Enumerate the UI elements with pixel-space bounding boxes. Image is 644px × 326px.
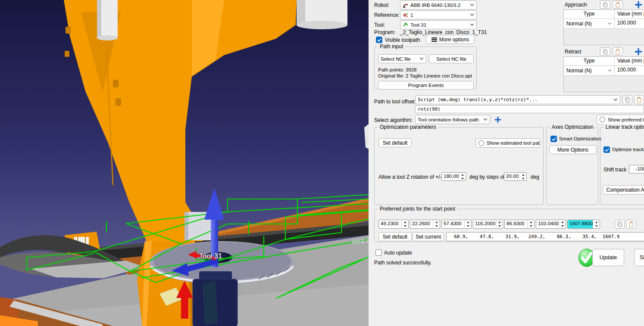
joint2-spinner[interactable]: 22.2600: [410, 220, 440, 229]
retract-add-button[interactable]: [632, 47, 644, 56]
axes-more-options-label: More Options: [557, 147, 588, 153]
joint6-spinner[interactable]: 103.0400: [536, 220, 566, 229]
retract-col-value: Value (mm |: [615, 57, 644, 65]
retract-paste-button[interactable]: [613, 47, 623, 56]
spinner-down-button[interactable]: [593, 224, 600, 229]
algorithm-select[interactable]: Tool orientation follows path: [415, 115, 490, 124]
spinner-up-button[interactable]: [528, 220, 534, 224]
spinner-down-button[interactable]: [528, 224, 534, 229]
joint5-spinner[interactable]: 86.9300: [504, 220, 535, 229]
approach-copy-button[interactable]: [600, 0, 610, 9]
offset-script-dropdown[interactable]: Script (mm,deg) transl(x,y,z)*rotz(rz)*.…: [415, 95, 620, 104]
check-icon: [552, 137, 556, 141]
tool-icon: [403, 22, 409, 28]
machining-settings-panel: Robot: ABB IRB 6640-130/3.2 Reference: 1…: [369, 0, 644, 326]
auto-update-checkbox[interactable]: [375, 249, 382, 256]
spinner-down-button[interactable]: [465, 224, 471, 229]
smart-optimization-checkbox[interactable]: [550, 136, 557, 142]
add-algorithm-button[interactable]: [493, 115, 503, 124]
joints-copy-button[interactable]: [615, 220, 625, 229]
plus-icon: [494, 116, 501, 123]
copy-icon: [602, 2, 608, 8]
tool-label: Tool:: [374, 22, 385, 28]
spinner-up-button[interactable]: [459, 173, 466, 177]
chevron-down-icon: [470, 3, 474, 6]
spinner-down-button[interactable]: [433, 224, 440, 229]
rotation-prefix-label: Allow a tool Z rotation of +/-: [378, 174, 441, 180]
nc-file-dropdown[interactable]: Select NC file: [378, 54, 426, 63]
spinner-down-button[interactable]: [520, 177, 526, 180]
retract-type-select[interactable]: Normal (N): [564, 66, 615, 75]
update-button[interactable]: Update: [592, 249, 624, 266]
algorithm-value: Tool orientation follows path: [418, 117, 481, 122]
spinner-up-button[interactable]: [496, 220, 503, 224]
retract-header-row: Type Value (mm |: [564, 57, 644, 66]
spinner-up-button[interactable]: [402, 220, 408, 224]
spinner-up-button[interactable]: [593, 220, 600, 224]
reference-select[interactable]: 1: [400, 10, 477, 19]
visible-toolpath-checkbox[interactable]: [376, 37, 382, 43]
approach-paste-button[interactable]: [613, 0, 623, 9]
spinner-down-button[interactable]: [459, 177, 466, 180]
spinner-up-button[interactable]: [465, 220, 471, 224]
rotation-spinner[interactable]: 180.00: [441, 172, 466, 181]
spinner-up-button[interactable]: [433, 220, 440, 224]
update-label: Update: [600, 255, 617, 261]
joint1-spinner[interactable]: 49.2300: [378, 220, 409, 229]
path-input-group: Path input Select NC file Select NC file…: [374, 47, 477, 89]
set-default-optimization-button[interactable]: Set default: [378, 138, 412, 147]
status-text: Path solved successfully.: [374, 260, 431, 266]
preferred-joints-title: Preferred joints for the start point: [378, 206, 457, 212]
joints-paste-button[interactable]: [626, 220, 636, 229]
optimize-track-checkbox[interactable]: [603, 146, 610, 153]
joint4-spinner[interactable]: 116.2000: [473, 220, 503, 229]
plus-icon: [635, 1, 642, 9]
approach-add-button[interactable]: [632, 0, 644, 9]
retract-copy-button[interactable]: [600, 47, 610, 56]
offset-script-field[interactable]: rotz(90): [415, 105, 644, 113]
joints-set-current-button[interactable]: Set current: [413, 232, 444, 241]
path-to-tool-offset-label: Path to tool offset:: [374, 99, 416, 105]
show-preferred-toolpath-radio[interactable]: Show preferred too: [597, 115, 644, 124]
tool-value: Tool 31: [410, 22, 468, 28]
more-options-button[interactable]: More options: [426, 35, 475, 44]
tool-3d-label[interactable]: Tool 31: [199, 252, 222, 260]
retract-col-type: Type: [564, 57, 615, 65]
robot-value: ABB IRB 6640-130/3.2: [410, 3, 468, 8]
simulate-button[interactable]: Simul: [634, 249, 644, 266]
select-nc-file-button[interactable]: Select NC file: [429, 54, 474, 63]
paste-offset-button[interactable]: [634, 95, 644, 104]
retract-table: Type Value (mm | Normal (N) 100.000: [563, 56, 644, 92]
program-value: _2_Taglio_Lineare_con_Disco_1_T31: [400, 29, 487, 35]
tool-select[interactable]: Tool 31: [400, 20, 477, 29]
approach-type-select[interactable]: Normal (N): [564, 19, 615, 28]
original-file-text: Original file: 2 Taglio Lineare con Disc…: [378, 73, 472, 78]
optimization-parameters-group: Optimization parameters Set default Show…: [374, 127, 544, 205]
joint7-spinner[interactable]: 1607.8800: [567, 220, 600, 229]
check-icon: [377, 38, 381, 42]
reference-frame-icon: [403, 12, 409, 18]
show-estimated-toolpath-radio[interactable]: Show estimated tool path: [475, 138, 540, 148]
paste-icon: [628, 221, 635, 227]
axes-more-options-button[interactable]: More Options: [549, 145, 597, 154]
3d-viewport[interactable]: ABB I Tool 31: [0, 0, 369, 326]
copy-offset-button[interactable]: [622, 95, 632, 104]
steps-spinner[interactable]: 20.00: [504, 172, 527, 181]
optimization-title: Optimization parameters: [378, 124, 438, 130]
retract-value-cell[interactable]: 100.000: [615, 66, 644, 75]
nc-file-dropdown-value: Select NC file: [381, 56, 418, 62]
shift-track-spinner[interactable]: -1000: [629, 165, 644, 174]
spinner-down-button[interactable]: [496, 224, 503, 229]
select-nc-file-label: Select NC file: [436, 56, 466, 62]
spinner-down-button[interactable]: [402, 224, 408, 229]
spinner-up-button[interactable]: [559, 220, 566, 224]
select-algorithm-label: Select algorithm:: [374, 117, 413, 123]
spinner-down-button[interactable]: [559, 224, 566, 229]
program-events-button[interactable]: Program Events: [378, 81, 474, 90]
joints-set-default-button[interactable]: Set default: [378, 232, 412, 241]
approach-value-cell[interactable]: 100.000: [615, 19, 644, 28]
spinner-up-button[interactable]: [520, 173, 526, 177]
compensation-button[interactable]: Compensation A: [603, 185, 644, 195]
joint3-spinner[interactable]: 57.4300: [441, 220, 472, 229]
robot-select[interactable]: ABB IRB 6640-130/3.2: [400, 0, 477, 9]
